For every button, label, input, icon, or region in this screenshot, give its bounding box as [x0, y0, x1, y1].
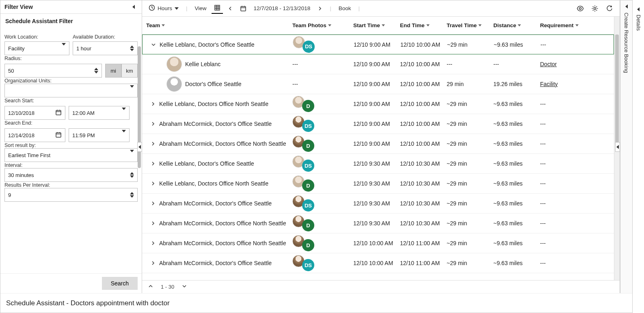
results-scrollbar-thumb[interactable]	[615, 35, 619, 148]
refresh-icon[interactable]	[603, 3, 616, 14]
col-photos-header[interactable]: Team Photos	[292, 22, 353, 28]
start-time-value: 12/10 9:00 AM	[353, 140, 400, 147]
table-row[interactable]: Abraham McCormick, Doctors Office North …	[142, 134, 614, 154]
search-start-time[interactable]: 12:00 AM	[69, 106, 130, 120]
travel-time-value: 29 min	[447, 81, 493, 87]
available-duration-spinner[interactable]: 1 hour	[73, 41, 138, 55]
chevron-right-icon[interactable]	[150, 141, 156, 146]
distance-value: ~9.63 miles	[493, 121, 540, 127]
table-row[interactable]: Abraham McCormick, Doctors Office North …	[142, 214, 614, 233]
end-time-value: 12/10 10:30 AM	[400, 180, 447, 187]
interval-value: 30 minutes	[8, 172, 34, 178]
requirement-value[interactable]: Doctor	[540, 61, 557, 67]
svg-rect-4	[56, 133, 61, 137]
table-row[interactable]: Abraham McCormick, Doctors Office North …	[142, 233, 614, 253]
search-start-date[interactable]: 12/10/2018	[4, 106, 65, 120]
prev-date-button[interactable]	[225, 4, 235, 13]
results-per-interval-spinner[interactable]: 9	[4, 188, 138, 202]
search-end-time[interactable]: 11:59 PM	[69, 128, 130, 142]
search-button[interactable]: Search	[102, 277, 138, 290]
distance-value: ~9.63 miles	[494, 41, 540, 48]
requirement-value: ---	[540, 121, 546, 127]
unit-km-toggle[interactable]: km	[121, 64, 138, 78]
table-row[interactable]: Abraham McCormick, Doctor's Office Seatt…	[142, 114, 614, 134]
hours-label: Hours	[158, 5, 172, 11]
interval-spinner[interactable]: 30 minutes	[4, 168, 138, 182]
chevron-right-icon[interactable]	[150, 261, 156, 266]
table-header: Team Team Photos Start Time End Time Tra…	[142, 17, 614, 35]
collapse-filter-icon[interactable]	[130, 3, 138, 11]
calendar-button[interactable]	[238, 4, 249, 13]
start-time-value: 12/10 9:00 AM	[353, 121, 400, 127]
unit-mi-toggle[interactable]: mi	[105, 64, 121, 78]
chevron-right-icon[interactable]	[150, 241, 156, 246]
requirement-value: ---	[540, 220, 546, 227]
interval-label: Interval:	[4, 162, 22, 168]
start-time-value: 12/10 9:00 AM	[354, 41, 400, 48]
search-end-date[interactable]: 12/14/2018	[4, 128, 65, 142]
chevron-right-icon[interactable]	[150, 181, 156, 186]
team-badge: D	[302, 140, 314, 152]
hours-dropdown[interactable]: Hours	[146, 3, 181, 14]
chevron-right-icon[interactable]	[150, 221, 156, 226]
panel-resize-handle[interactable]	[137, 142, 142, 152]
travel-time-value: ~29 min	[447, 200, 493, 207]
scroll-top-icon[interactable]	[148, 283, 153, 290]
radius-input[interactable]: 50	[4, 64, 102, 78]
work-location-select[interactable]: Facility	[4, 41, 69, 55]
end-time-value: 12/10 11:00 AM	[400, 240, 447, 246]
details-rail[interactable]: Details	[633, 0, 644, 313]
filter-view-title: Filter View	[4, 4, 33, 10]
team-name: Kellie Leblanc, Doctor's Office Seattle	[159, 160, 254, 167]
table-row[interactable]: Doctor's Office Seattle---12/10 9:00 AM1…	[142, 74, 614, 94]
org-units-label: Organizational Units:	[4, 78, 52, 84]
results-footer: 1 - 30	[142, 280, 620, 293]
table-row[interactable]: Abraham McCormick, Doctor's Office Seatt…	[142, 253, 614, 273]
table-row[interactable]: Kellie Leblanc, Doctor's Office SeattleD…	[142, 154, 614, 174]
col-distance-header[interactable]: Distance	[493, 22, 540, 28]
grid-icon	[214, 4, 220, 12]
chevron-down-icon[interactable]	[151, 42, 156, 47]
chevron-right-icon[interactable]	[150, 161, 156, 166]
sort-label: Sort result by:	[4, 142, 36, 148]
table-row[interactable]: Abraham McCormick, Doctor's Office Seatt…	[142, 194, 614, 214]
travel-time-value: ---	[447, 61, 493, 67]
eye-icon[interactable]	[574, 3, 586, 14]
org-units-select[interactable]	[4, 84, 138, 97]
spinner-icon	[130, 172, 134, 178]
requirement-value: ---	[540, 160, 546, 167]
book-button[interactable]: Book	[336, 4, 354, 13]
start-time-value: 12/10 10:00 AM	[353, 240, 400, 246]
table-row[interactable]: Kellie Leblanc, Doctors Office North Sea…	[142, 94, 614, 114]
next-date-button[interactable]	[315, 4, 325, 13]
chevron-right-icon[interactable]	[150, 201, 156, 206]
gear-icon[interactable]	[589, 3, 601, 14]
team-badge: DS	[302, 199, 314, 212]
search-end-time-value: 11:59 PM	[72, 132, 95, 138]
sort-select[interactable]: Earliest Time First	[4, 148, 138, 162]
end-time-value: 12/10 10:30 AM	[400, 200, 447, 207]
col-team-header[interactable]: Team	[142, 22, 292, 28]
separator: |	[327, 5, 334, 11]
right-panel-expand-handle[interactable]	[615, 142, 620, 152]
create-booking-rail[interactable]: Create Resource Booking	[620, 0, 632, 293]
team-name: Abraham McCormick, Doctor's Office Seatt…	[159, 200, 272, 207]
grid-view-button[interactable]	[212, 3, 223, 14]
team-badge: DS	[303, 41, 315, 53]
chevron-down-icon	[122, 110, 126, 116]
col-end-header[interactable]: End Time	[400, 22, 447, 28]
table-row[interactable]: Kellie Leblanc---12/10 9:00 AM12/10 10:0…	[142, 54, 614, 74]
start-time-value: 12/10 9:30 AM	[353, 160, 400, 167]
travel-time-value: ~29 min	[447, 121, 493, 127]
chevron-right-icon[interactable]	[150, 101, 156, 106]
svg-rect-11	[215, 5, 220, 10]
col-travel-header[interactable]: Travel Time	[447, 22, 493, 28]
start-time-value: 12/10 10:00 AM	[353, 260, 400, 266]
load-more-icon[interactable]	[182, 283, 187, 290]
table-row[interactable]: Kellie Leblanc, Doctor's Office SeattleD…	[142, 35, 614, 54]
chevron-right-icon[interactable]	[150, 121, 156, 126]
col-requirement-header[interactable]: Requirement	[540, 22, 589, 28]
table-row[interactable]: Kellie Leblanc, Doctors Office North Sea…	[142, 174, 614, 194]
requirement-value[interactable]: Facility	[540, 81, 558, 87]
col-start-header[interactable]: Start Time	[353, 22, 400, 28]
